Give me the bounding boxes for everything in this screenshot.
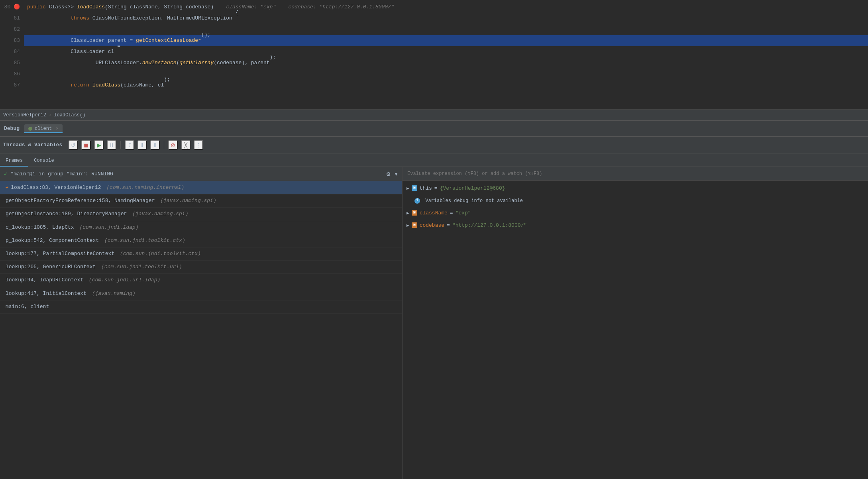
line-num-81: 81 xyxy=(0,13,20,24)
var-equals-classname: = xyxy=(450,209,453,217)
codebase-icon: ▣ xyxy=(412,222,417,228)
editor-area: 80 🔴 81 82 83 84 85 86 87 public Class<?… xyxy=(0,0,868,110)
threads-variables-label: Threads & Variables xyxy=(3,142,62,148)
var-value-classname: "exp" xyxy=(456,209,471,217)
line-num-82: 82 xyxy=(0,24,20,35)
code-line-84: ClassLoader cl = xyxy=(24,46,868,57)
sub-tabs: Frames Console xyxy=(0,153,868,167)
frame-method-9: main:6, client xyxy=(6,303,49,310)
code-line-85: URLClassLoader.newInstance(getUrlArray(c… xyxy=(24,57,868,69)
debug-main: ✓ "main"@1 in group "main": RUNNING ⚙ ▾ … xyxy=(0,167,868,479)
line-numbers: 80 🔴 81 82 83 84 85 86 87 xyxy=(0,0,24,109)
variables-panel: Evaluate expression (⌥F8) or add a watch… xyxy=(403,167,868,479)
this-icon: ▣ xyxy=(412,185,417,191)
expand-this-icon[interactable]: ▶ xyxy=(407,185,409,192)
resume-button[interactable]: ▶ xyxy=(94,140,104,150)
thread-info: ✓ "main"@1 in group "main": RUNNING xyxy=(4,171,113,177)
stack-list: ↩ loadClass:83, VersionHelper12 (com.sun… xyxy=(0,181,402,479)
line-num-85: 85 xyxy=(0,57,20,69)
more-button[interactable]: ⋮ xyxy=(194,140,203,150)
stack-frame-5[interactable]: lookup:177, PartialCompositeContext (com… xyxy=(0,247,402,261)
code-line-87: return loadClass(className, cl); xyxy=(24,80,868,91)
eval-bar[interactable]: Evaluate expression (⌥F8) or add a watch… xyxy=(403,167,868,181)
code-line-86 xyxy=(24,69,868,80)
frame-pkg-6: (com.sun.jndi.toolkit.url) xyxy=(98,263,182,271)
var-item-codebase[interactable]: ▶ ▣ codebase = "http://127.0.0.1:8000/" xyxy=(403,219,868,232)
stack-frame-3[interactable]: c_lookup:1085, LdapCtx (com.sun.jndi.lda… xyxy=(0,221,402,234)
classname-icon: ▣ xyxy=(412,210,417,216)
stop-button[interactable]: ◼ xyxy=(81,140,91,150)
var-item-info: i Variables debug info not available xyxy=(403,195,868,207)
breadcrumb-class[interactable]: VersionHelper12 xyxy=(3,112,46,118)
code-content: public Class<?> loadClass(String classNa… xyxy=(24,0,868,109)
rerun-button[interactable]: ↺ xyxy=(69,140,78,150)
frame-method-3: c_lookup:1085, LdapCtx xyxy=(6,224,74,231)
frame-pkg-8: (javax.naming) xyxy=(89,290,136,297)
frame-method-1: getObjectFactoryFromReference:158, Namin… xyxy=(6,197,155,204)
var-name-this: this xyxy=(420,185,432,192)
variables-list: ▶ ▣ this = {VersionHelper12@680} i Varia… xyxy=(403,181,868,234)
debug-title: Debug xyxy=(4,126,20,132)
frame-pkg-3: (com.sun.jndi.ldap) xyxy=(77,224,139,231)
stack-frame-0[interactable]: ↩ loadClass:83, VersionHelper12 (com.sun… xyxy=(0,181,402,194)
line-num-83: 83 xyxy=(0,35,20,46)
code-line-83: ClassLoader parent = getContextClassLoad… xyxy=(24,35,868,46)
method-loadClass: loadClass xyxy=(77,2,105,13)
var-info-text: Variables debug info not available xyxy=(422,197,523,204)
expand-icon[interactable]: ▾ xyxy=(394,170,398,178)
frame-method-0: loadClass:83, VersionHelper12 xyxy=(11,184,101,191)
code-line-81: throws ClassNotFoundException, Malformed… xyxy=(24,13,868,24)
stack-frame-1[interactable]: getObjectFactoryFromReference:158, Namin… xyxy=(0,194,402,208)
tab-console[interactable]: Console xyxy=(28,155,59,167)
threads-variables-toolbar: Threads & Variables ↺ ◼ ▶ ⏸ ⤴ ⬇ ⬆ ⊘ ╳ ⋮ xyxy=(0,137,868,153)
frames-panel: ✓ "main"@1 in group "main": RUNNING ⚙ ▾ … xyxy=(0,167,403,479)
frame-method-7: lookup:94, ldapURLContext xyxy=(6,277,83,284)
code-line-80: public Class<?> loadClass(String classNa… xyxy=(24,2,868,13)
frame-pkg-2: (javax.naming.spi) xyxy=(129,210,188,218)
stack-frame-2[interactable]: getObjectInstance:189, DirectoryManager … xyxy=(0,208,402,221)
frame-pkg-1: (javax.naming.spi) xyxy=(157,197,216,204)
line-num-87: 87 xyxy=(0,80,20,91)
breadcrumb-method[interactable]: loadClass() xyxy=(54,112,85,118)
toolbar-sep-2 xyxy=(164,141,164,149)
tab-underline xyxy=(24,132,63,133)
frame-pkg-4: (com.sun.jndi.toolkit.ctx) xyxy=(101,237,185,244)
filter-icon[interactable]: ⚙ xyxy=(387,170,391,178)
tab-dot xyxy=(28,127,32,131)
var-value-codebase: "http://127.0.0.1:8000/" xyxy=(452,222,527,230)
var-name-codebase: codebase xyxy=(420,222,444,230)
stack-frame-6[interactable]: lookup:205, GenericURLContext (com.sun.j… xyxy=(0,261,402,274)
clear-button[interactable]: ╳ xyxy=(181,140,190,150)
tab-frames[interactable]: Frames xyxy=(0,155,28,167)
frame-method-2: getObjectInstance:189, DirectoryManager xyxy=(6,210,127,218)
frame-arrow-icon: ↩ xyxy=(6,185,8,191)
frame-method-6: lookup:205, GenericURLContext xyxy=(6,263,96,271)
line-num-86: 86 xyxy=(0,69,20,80)
stack-frame-8[interactable]: lookup:417, InitialContext (javax.naming… xyxy=(0,287,402,300)
breadcrumb: VersionHelper12 › loadClass() xyxy=(0,110,868,121)
expand-classname-icon[interactable]: ▶ xyxy=(407,210,409,217)
pause-button[interactable]: ⏸ xyxy=(107,140,116,150)
stack-frame-7[interactable]: lookup:94, ldapURLContext (com.sun.jndi.… xyxy=(0,274,402,287)
frame-pkg-0: (com.sun.naming.internal) xyxy=(103,184,184,191)
code-line-82 xyxy=(24,24,868,35)
var-item-classname[interactable]: ▶ ▣ className = "exp" xyxy=(403,207,868,220)
stack-frame-4[interactable]: p_lookup:542, ComponentContext (com.sun.… xyxy=(0,234,402,247)
frame-method-8: lookup:417, InitialContext xyxy=(6,290,86,297)
mute-breakpoints-button[interactable]: ⊘ xyxy=(168,140,178,150)
step-over-button[interactable]: ⤴ xyxy=(125,140,134,150)
tab-close-button[interactable]: × xyxy=(56,126,59,131)
line-num-80: 80 🔴 xyxy=(0,2,20,13)
thread-controls: ⚙ ▾ xyxy=(387,170,398,178)
var-value-this: {VersionHelper12@680} xyxy=(440,185,505,192)
var-equals-this: = xyxy=(434,185,438,192)
step-into-button[interactable]: ⬇ xyxy=(137,140,147,150)
thread-row[interactable]: ✓ "main"@1 in group "main": RUNNING ⚙ ▾ xyxy=(0,167,402,181)
toolbar-sep-1 xyxy=(120,141,121,149)
eval-text: Evaluate expression (⌥F8) or add a watch… xyxy=(407,171,542,177)
step-out-button[interactable]: ⬆ xyxy=(150,140,160,150)
debug-tab-client[interactable]: client × xyxy=(24,124,63,133)
var-item-this[interactable]: ▶ ▣ this = {VersionHelper12@680} xyxy=(403,182,868,195)
expand-codebase-icon[interactable]: ▶ xyxy=(407,222,409,229)
stack-frame-9[interactable]: main:6, client xyxy=(0,300,402,314)
